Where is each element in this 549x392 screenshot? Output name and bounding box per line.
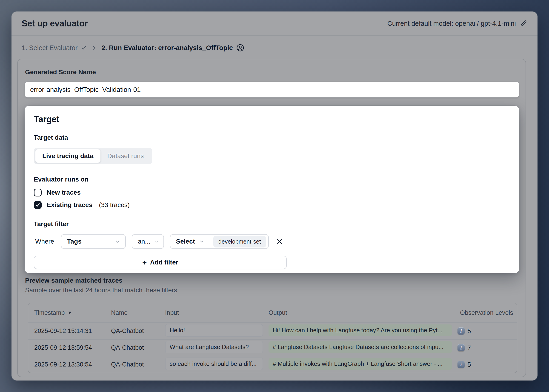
name-cell: QA-Chatbot xyxy=(111,344,165,351)
filter-column-value: Tags xyxy=(67,238,81,245)
checkbox-row-existing-traces[interactable]: Existing traces (33 traces) xyxy=(34,201,510,209)
filter-value-select[interactable]: Select development-set xyxy=(170,234,269,249)
tab-dataset-runs[interactable]: Dataset runs xyxy=(100,149,151,163)
name-cell: QA-Chatbot xyxy=(111,328,165,335)
info-badge-icon: i xyxy=(457,344,465,351)
column-header-name: Name xyxy=(111,309,165,316)
setup-evaluator-modal: Set up evaluator Current default model: … xyxy=(12,12,537,380)
tab-live-tracing-data[interactable]: Live tracing data xyxy=(36,149,100,163)
observation-levels-cell: i 5 xyxy=(457,361,517,368)
target-card: Target Target data Live tracing data Dat… xyxy=(25,106,519,273)
filter-operator-select[interactable]: an... xyxy=(132,234,164,249)
filter-operator-value: an... xyxy=(138,238,150,245)
observation-count: 5 xyxy=(467,361,471,368)
preview-title: Preview sample matched traces xyxy=(25,277,519,284)
filter-row: Where Tags an... xyxy=(34,234,510,249)
existing-traces-checkbox[interactable] xyxy=(34,201,42,209)
input-cell[interactable]: so each invoke should be a diff... xyxy=(165,357,263,370)
info-badge-icon: i xyxy=(457,328,465,335)
user-circle-icon xyxy=(236,44,244,52)
name-cell: QA-Chatbot xyxy=(111,361,165,368)
target-data-label: Target data xyxy=(34,134,510,141)
page-title: Set up evaluator xyxy=(21,19,88,28)
evaluator-runs-on-label: Evaluator runs on xyxy=(34,176,510,183)
breadcrumb-step-select-evaluator[interactable]: 1. Select Evaluator xyxy=(21,44,87,52)
chevron-down-icon xyxy=(115,238,121,245)
column-header-output: Output xyxy=(269,309,457,316)
remove-filter-button[interactable] xyxy=(276,238,284,245)
table-header-row: Timestamp ▼ Name Input Output Observatio… xyxy=(28,303,517,322)
timestamp-header-label: Timestamp xyxy=(34,309,65,316)
observation-count: 5 xyxy=(467,328,471,335)
add-filter-label: Add filter xyxy=(150,259,178,266)
target-data-tabs: Live tracing data Dataset runs xyxy=(34,148,152,164)
chevron-right-icon xyxy=(91,45,97,50)
column-header-timestamp[interactable]: Timestamp ▼ xyxy=(28,309,111,316)
table-row[interactable]: 2025-09-12 15:14:31 QA-Chatbot Hello! Hi… xyxy=(28,322,517,339)
divider xyxy=(209,237,209,246)
x-icon xyxy=(276,238,284,245)
input-cell[interactable]: What are Langfuse Datasets? xyxy=(165,341,263,353)
observation-levels-cell: i 7 xyxy=(457,344,517,351)
info-badge-icon: i xyxy=(457,361,465,368)
filter-value-chip[interactable]: development-set xyxy=(213,236,266,247)
output-cell[interactable]: # Langfuse Datasets Langfuse Datasets ar… xyxy=(269,341,452,353)
step-1-label: 1. Select Evaluator xyxy=(21,44,78,52)
chevron-down-icon xyxy=(154,239,159,244)
preview-table: Timestamp ▼ Name Input Output Observatio… xyxy=(28,303,517,373)
timestamp-cell: 2025-09-12 15:14:31 xyxy=(28,328,111,335)
input-cell[interactable]: Hello! xyxy=(165,324,263,337)
checkbox-row-new-traces[interactable]: New traces xyxy=(34,189,510,196)
breadcrumb: 1. Select Evaluator 2. Run Evaluator: er… xyxy=(12,36,537,59)
pencil-icon[interactable] xyxy=(520,20,527,27)
target-title: Target xyxy=(34,114,510,124)
new-traces-checkbox[interactable] xyxy=(34,189,42,196)
filter-column-select[interactable]: Tags xyxy=(61,234,126,249)
where-label: Where xyxy=(35,238,54,245)
score-name-label: Generated Score Name xyxy=(25,69,519,76)
existing-traces-count: (33 traces) xyxy=(99,201,130,209)
breadcrumb-step-run-evaluator: 2. Run Evaluator: error-analysis_OffTopi… xyxy=(101,44,244,52)
new-traces-label: New traces xyxy=(47,189,81,196)
default-model-info: Current default model: openai / gpt-4.1-… xyxy=(387,20,527,27)
plus-icon: + xyxy=(142,259,147,266)
sort-desc-icon: ▼ xyxy=(68,310,72,315)
timestamp-cell: 2025-09-12 13:59:54 xyxy=(28,344,111,351)
observation-levels-cell: i 5 xyxy=(457,328,517,335)
preview-subtitle: Sample over the last 24 hours that match… xyxy=(25,287,519,294)
timestamp-cell: 2025-09-12 13:30:54 xyxy=(28,361,111,368)
chevron-down-icon xyxy=(199,239,205,244)
output-cell[interactable]: # Multiple invokes with LangGraph + Lang… xyxy=(269,358,452,370)
evaluator-form: Generated Score Name Target Target data … xyxy=(17,59,526,377)
observation-count: 7 xyxy=(467,344,471,351)
existing-traces-label: Existing traces xyxy=(47,201,93,209)
add-filter-button[interactable]: + Add filter xyxy=(34,256,287,269)
output-cell[interactable]: Hi! How can I help with Langfuse today? … xyxy=(269,324,452,336)
table-row[interactable]: 2025-09-12 13:59:54 QA-Chatbot What are … xyxy=(28,339,517,356)
score-name-input[interactable] xyxy=(25,82,519,98)
step-2-label: 2. Run Evaluator: error-analysis_OffTopi… xyxy=(101,44,233,52)
column-header-input: Input xyxy=(165,309,269,316)
column-header-observation-levels: Observation Levels xyxy=(457,309,517,316)
default-model-label: Current default model: openai / gpt-4.1-… xyxy=(387,20,516,27)
modal-header: Set up evaluator Current default model: … xyxy=(12,12,537,36)
filter-value-select-label: Select xyxy=(176,238,195,245)
target-filter-label: Target filter xyxy=(34,220,510,228)
table-row[interactable]: 2025-09-12 13:30:54 QA-Chatbot so each i… xyxy=(28,356,517,373)
check-icon xyxy=(81,45,87,51)
